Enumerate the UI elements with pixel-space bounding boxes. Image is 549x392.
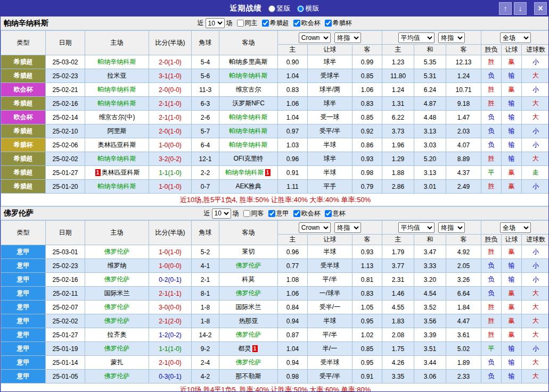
sub-header-crown-away: 客: [353, 45, 382, 55]
conference-league-checkbox[interactable]: [293, 20, 300, 27]
col-header-type: 类型: [1, 31, 46, 55]
average-select[interactable]: 平均值: [398, 32, 435, 43]
result-goals: 大: [522, 301, 549, 314]
result-handicap: 赢: [502, 83, 522, 97]
layout-vertical-option[interactable]: 竖版: [268, 4, 291, 13]
final-odds-select-2[interactable]: 终指: [438, 222, 465, 233]
fullmatch-select[interactable]: 全场: [500, 222, 531, 233]
italy-cup-filter[interactable]: 意杯: [325, 209, 346, 218]
away-team-cell: 佛罗伦萨: [219, 259, 278, 273]
scroll-down-button[interactable]: ↓: [514, 2, 527, 15]
crown-away-odds: 0.79: [353, 180, 382, 194]
away-team-cell: 国际米兰: [219, 301, 278, 314]
away-team-cell: 帕纳辛纳科斯1: [219, 166, 278, 180]
conference-league-checkbox[interactable]: [293, 210, 300, 217]
result-goals: 小: [522, 259, 549, 273]
result-winlose: 负: [481, 69, 502, 83]
same-home-checkbox[interactable]: [237, 20, 244, 27]
fullmatch-select[interactable]: 全场: [500, 32, 531, 43]
final-odds-select[interactable]: 终指: [334, 222, 361, 233]
match-row: 欧会杯25-02-21帕纳辛纳科斯2-0(0-0)11-3维京古尔0.83球半/…: [1, 83, 549, 97]
bookmaker-select[interactable]: Crown: [299, 32, 331, 43]
result-handicap: 输: [502, 97, 522, 111]
same-away-filter[interactable]: 同客: [243, 209, 264, 218]
result-handicap: 输: [502, 138, 522, 152]
greek-cup-filter[interactable]: 希腊杯: [325, 19, 352, 28]
result-winlose: 胜: [481, 180, 502, 194]
team-name: 佛罗伦萨: [236, 262, 261, 269]
team-name: 都灵: [239, 345, 251, 352]
greek-superleague-checkbox[interactable]: [262, 20, 269, 27]
serie-a-checkbox[interactable]: [268, 210, 275, 217]
match-count-select[interactable]: 10: [206, 18, 225, 28]
team-name: 佛罗伦萨: [104, 276, 130, 283]
crown-away-odds: 0.81: [353, 273, 382, 287]
crown-home-odds: 0.97: [278, 124, 308, 138]
layout-horizontal-option[interactable]: 横版: [297, 4, 319, 13]
final-odds-select[interactable]: 终指: [334, 32, 361, 43]
away-team-cell: 帕纳辛纳科斯: [219, 124, 278, 138]
team-name: 佛罗伦萨: [236, 358, 261, 366]
scroll-up-button[interactable]: ↑: [499, 2, 512, 15]
greek-cup-checkbox[interactable]: [325, 20, 332, 27]
match-count-select[interactable]: 10: [212, 208, 231, 219]
match-score: 2-0(1-0): [149, 55, 192, 69]
conference-league-filter[interactable]: 欧会杯: [293, 19, 321, 28]
crown-away-odds: 0.83: [353, 287, 382, 301]
league-badge: 意甲: [1, 328, 46, 342]
result-goals: 走: [522, 166, 549, 180]
avg-home-odds: 1.96: [382, 138, 414, 152]
games-label: 场: [233, 209, 239, 218]
league-badge: 意甲: [1, 314, 46, 328]
crown-handicap: 受平/半: [308, 124, 353, 138]
avg-away-odds: 3.26: [446, 273, 481, 287]
league-badge: 希腊超: [1, 69, 46, 83]
average-select[interactable]: 平均值: [398, 222, 435, 233]
avg-home-odds: 2.86: [382, 180, 414, 194]
league-badge: 意甲: [1, 273, 46, 287]
crown-home-odds: 0.96: [278, 245, 308, 259]
result-winlose: 负: [481, 356, 502, 370]
match-score: 2-1(0-0): [149, 356, 192, 370]
horizontal-radio[interactable]: [297, 5, 304, 12]
crown-home-odds: 1.03: [278, 138, 308, 152]
italy-cup-checkbox[interactable]: [325, 210, 332, 217]
same-home-filter[interactable]: 同主: [237, 19, 258, 28]
team-name: 帕纳辛纳科斯: [230, 72, 268, 79]
home-team-cell: 维罗纳: [85, 259, 149, 273]
team-name: 国际米兰: [236, 303, 261, 311]
result-goals: 大: [522, 370, 549, 383]
sub-header-avg-draw: 和: [414, 45, 446, 55]
match-row: 希腊超25-01-20帕纳辛纳科斯1-0(1-0)0-7AEK雅典1.11平手0…: [1, 180, 549, 194]
conference-league-filter[interactable]: 欧会杯: [293, 209, 321, 218]
close-button[interactable]: ×: [534, 2, 547, 15]
crown-handicap: 球半: [308, 55, 353, 69]
crown-handicap: 平/半: [308, 273, 353, 287]
serie-a-filter[interactable]: 意甲: [268, 209, 289, 218]
final-odds-select-2[interactable]: 终指: [438, 32, 465, 43]
result-handicap: 输: [502, 356, 522, 370]
match-score: 2-1(2-0): [149, 314, 192, 328]
result-goals: 大: [522, 97, 549, 111]
corners: 5-6: [192, 69, 219, 83]
team-name: 佛罗伦萨: [104, 345, 130, 352]
greek-superleague-filter[interactable]: 希腊超: [262, 19, 289, 28]
crown-home-odds: 0.83: [278, 83, 308, 97]
result-handicap: 赢: [502, 328, 522, 342]
match-date: 25-01-27: [46, 166, 85, 180]
bookmaker-select[interactable]: Crown: [299, 222, 331, 233]
avg-home-odds: 1.24: [382, 83, 414, 97]
sub-header-crown-handicap: 让球: [308, 45, 353, 55]
same-away-checkbox[interactable]: [243, 210, 250, 217]
crown-handicap: 受半/一: [308, 301, 353, 314]
team-name: 沃罗斯NFC: [232, 99, 265, 107]
result-handicap: 赢: [502, 180, 522, 194]
match-score: 1-1(1-0): [149, 166, 192, 180]
avg-home-odds: 1.29: [382, 152, 414, 166]
team-name: OFI克里特: [234, 155, 264, 162]
away-team-cell: 科莫: [219, 273, 278, 287]
result-handicap: 输: [502, 370, 522, 383]
away-team-cell: OFI克里特: [219, 152, 278, 166]
league-badge: 意甲: [1, 259, 46, 273]
vertical-radio[interactable]: [268, 5, 275, 12]
